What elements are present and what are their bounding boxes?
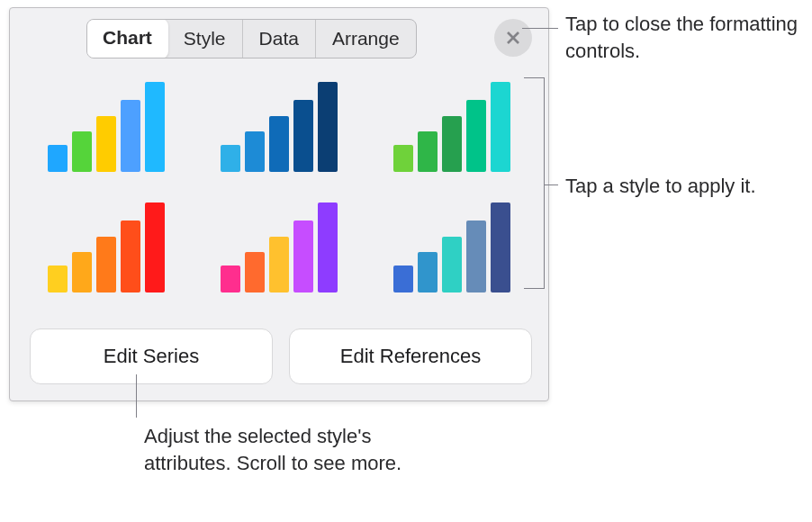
- bar-icon: [96, 237, 116, 292]
- bar-icon: [48, 145, 68, 172]
- close-icon: [505, 30, 521, 46]
- buttons-row: Edit Series Edit References: [30, 328, 532, 384]
- callout-close: Tap to close the formatting controls.: [565, 11, 799, 64]
- bar-icon: [96, 116, 116, 172]
- bar-icon: [491, 82, 510, 172]
- bar-icon: [72, 252, 92, 292]
- close-button[interactable]: [494, 19, 532, 57]
- tab-bar: Chart Style Data Arrange: [86, 19, 417, 58]
- tab-chart[interactable]: Chart: [86, 19, 168, 58]
- bar-icon: [121, 220, 140, 292]
- bar-icon: [245, 131, 265, 172]
- chart-style-thumb[interactable]: [203, 199, 356, 298]
- chart-style-thumb[interactable]: [375, 78, 528, 177]
- bar-icon: [418, 131, 438, 172]
- chart-style-thumb[interactable]: [203, 78, 356, 177]
- format-panel: Chart Style Data Arrange Edit Series Edi…: [9, 7, 549, 401]
- bar-icon: [293, 220, 313, 292]
- callout-leader: [544, 77, 545, 289]
- bar-icon: [269, 116, 289, 172]
- chart-style-thumb[interactable]: [375, 199, 528, 298]
- bar-icon: [318, 202, 338, 292]
- bar-icon: [442, 237, 462, 292]
- bar-icon: [491, 202, 510, 292]
- callout-series: Adjust the selected style's attributes. …: [144, 423, 414, 476]
- callout-leader: [522, 28, 558, 29]
- bar-icon: [269, 237, 289, 292]
- bar-icon: [442, 116, 462, 172]
- tab-data[interactable]: Data: [243, 20, 316, 58]
- bar-icon: [48, 266, 68, 292]
- callout-style: Tap a style to apply it.: [565, 173, 799, 200]
- edit-references-button[interactable]: Edit References: [289, 328, 532, 384]
- bar-icon: [121, 100, 140, 172]
- bar-icon: [221, 266, 240, 292]
- bar-icon: [318, 82, 338, 172]
- chart-style-thumb[interactable]: [30, 78, 183, 177]
- bar-icon: [418, 252, 438, 292]
- bar-icon: [145, 82, 165, 172]
- bar-icon: [466, 220, 486, 292]
- callout-leader: [524, 288, 544, 289]
- bar-icon: [245, 252, 265, 292]
- bar-icon: [72, 131, 92, 172]
- callout-leader: [544, 184, 558, 185]
- bar-icon: [293, 100, 313, 172]
- bar-icon: [221, 145, 240, 172]
- callout-leader: [136, 374, 137, 418]
- tab-style[interactable]: Style: [167, 20, 243, 58]
- edit-series-button[interactable]: Edit Series: [30, 328, 273, 384]
- bar-icon: [393, 145, 413, 172]
- chart-styles-grid: [30, 78, 530, 298]
- bar-icon: [145, 202, 165, 292]
- bar-icon: [466, 100, 486, 172]
- chart-style-thumb[interactable]: [30, 199, 183, 298]
- tab-arrange[interactable]: Arrange: [316, 20, 416, 58]
- bar-icon: [393, 266, 413, 292]
- callout-leader: [524, 77, 544, 78]
